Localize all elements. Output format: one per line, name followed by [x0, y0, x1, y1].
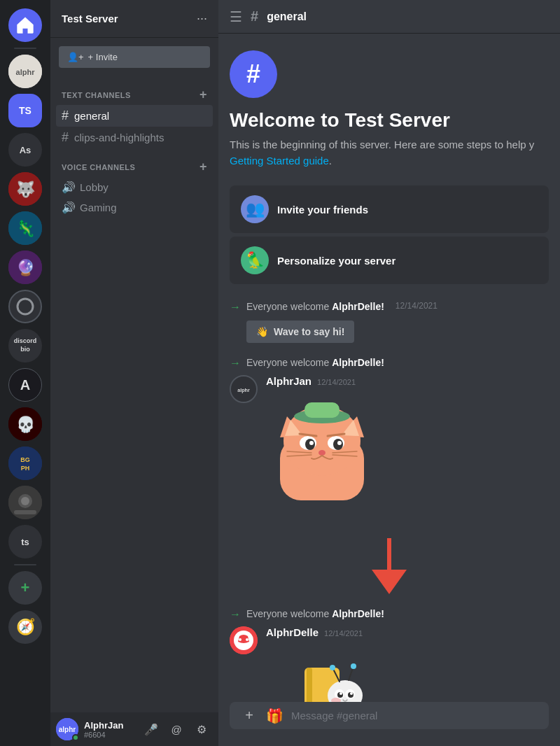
server-header[interactable]: Test Server ··· [50, 0, 218, 38]
svg-point-56 [351, 663, 356, 669]
add-server-button[interactable]: + [8, 571, 42, 605]
server-icon-alphr[interactable]: alphr [8, 55, 42, 88]
invite-button[interactable]: 👤+ + Invite [59, 46, 210, 68]
mic-button[interactable]: 🎤 [140, 718, 162, 740]
system-message-group-1: → Everyone welcome AlphrDelle! 12/14/202… [230, 301, 549, 343]
alphrjan-avatar: alphr [230, 375, 258, 403]
channel-item-general[interactable]: # general [56, 105, 213, 127]
wave-button[interactable]: 👋 Wave to say hi! [246, 321, 354, 343]
arrow-icon-2: → [230, 357, 241, 370]
alphrjan-username: AlphrJan [266, 375, 312, 387]
user-tag: #6604 [84, 731, 134, 739]
gift-button[interactable]: 🎁 [266, 708, 283, 724]
channel-name-gaming: Gaming [80, 202, 117, 213]
at-icon: @ [171, 724, 181, 736]
server-icon-darkred[interactable]: 💀 [8, 407, 42, 441]
invite-icon: 👤+ [67, 52, 84, 62]
username: AlphrJan [84, 720, 134, 731]
svg-text:PH: PH [21, 465, 30, 472]
server-icon-dark-a[interactable]: A [8, 368, 42, 402]
system-message-alphrjan: → Everyone welcome AlphrDelle! [230, 357, 549, 370]
speaker-icon: 🔊 [62, 181, 76, 194]
arrow-icon-1: → [230, 301, 241, 314]
bee-sticker [266, 641, 549, 702]
wave-button-container: 👋 Wave to say hi! [246, 316, 549, 343]
text-channels-section: TEXT CHANNELS + # general # clips-and-hi… [50, 76, 218, 148]
svg-rect-11 [8, 446, 42, 480]
channel-name-clips: clips-and-highlights [74, 132, 164, 143]
alphrdelle-message-header: AlphrDelle 12/14/2021 [266, 626, 549, 638]
settings-icon: ⚙ [197, 723, 206, 736]
user-info: AlphrJan #6604 [84, 720, 134, 739]
cat-sticker [266, 390, 549, 510]
svg-text:alphr: alphr [16, 68, 36, 76]
action-cards: 👥 Invite your friends 🦜 Personalize your… [230, 185, 549, 287]
server-name: Test Server [62, 13, 118, 24]
svg-marker-44 [372, 570, 407, 594]
system-message-1: → Everyone welcome AlphrDelle! 12/14/202… [230, 301, 549, 314]
wave-emoji: 👋 [256, 326, 268, 337]
invite-label: + Invite [88, 52, 118, 62]
add-icon: + [21, 579, 30, 597]
action-card-invite[interactable]: 👥 Invite your friends [230, 185, 549, 233]
system-text-3: Everyone welcome AlphrDelle! [246, 608, 384, 619]
svg-point-16 [21, 497, 29, 505]
svg-text:alphr: alphr [59, 726, 76, 733]
alphrdelle-avatar [230, 626, 258, 654]
server-icon-ts2[interactable]: ts [8, 525, 42, 558]
server-icon-as[interactable]: As [8, 133, 42, 167]
system-date-1: 12/14/2021 [396, 301, 438, 311]
add-text-channel-button[interactable]: + [200, 87, 207, 102]
server-icon-pgph[interactable]: BGPH [8, 446, 42, 480]
ts-label: TS [19, 105, 31, 116]
voice-channels-label: VOICE CHANNELS [62, 163, 135, 171]
channel-item-lobby[interactable]: 🔊 Lobby [56, 177, 213, 197]
settings-button[interactable]: ⚙ [190, 718, 213, 740]
dark-a-label: A [20, 377, 30, 393]
server-divider [14, 48, 36, 49]
getting-started-link[interactable]: Getting Started guide [230, 155, 329, 167]
main-content: ☰ # general # Welcome to Test Server Thi… [218, 0, 560, 746]
svg-rect-50 [307, 668, 312, 702]
message-input-inner: + 🎁 [230, 702, 549, 729]
action-card-personalize[interactable]: 🦜 Personalize your server [230, 237, 549, 284]
add-attachment-button[interactable]: + [241, 708, 258, 724]
add-voice-channel-button[interactable]: + [200, 160, 207, 174]
server-icon-discord-bio[interactable]: discordbio [8, 329, 42, 363]
home-server-icon[interactable] [8, 8, 42, 42]
alphrjan-timestamp: 12/14/2021 [317, 378, 356, 386]
message-group-alphrjan: → Everyone welcome AlphrDelle! alphr Alp… [230, 357, 549, 510]
hash-icon: # [62, 108, 69, 123]
hash-icon-2: # [62, 130, 69, 145]
server-icon-ts[interactable]: TS [8, 94, 42, 127]
message-row-alphrjan: alphr AlphrJan 12/14/2021 [230, 375, 549, 510]
message-input-bar: + 🎁 [218, 702, 560, 746]
invite-friends-title: Invite your friends [277, 204, 368, 216]
server-icon-photo[interactable] [8, 486, 42, 519]
server-icon-purple[interactable]: 🔮 [8, 251, 42, 284]
voice-channels-header[interactable]: VOICE CHANNELS + [56, 148, 213, 177]
channel-item-gaming[interactable]: 🔊 Gaming [56, 197, 213, 218]
compass-icon: 🧭 [16, 618, 35, 636]
welcome-description: This is the beginning of this server. He… [230, 137, 549, 169]
welcome-hash-icon: # [230, 50, 277, 98]
hamburger-icon[interactable]: ☰ [230, 8, 242, 25]
discover-button[interactable]: 🧭 [8, 610, 42, 644]
server-icon-red[interactable]: 🐺 [8, 172, 42, 206]
channel-item-clips[interactable]: # clips-and-highlights [56, 127, 213, 148]
server-options-icon[interactable]: ··· [197, 11, 207, 26]
server-icon-blue[interactable]: 🦎 [8, 211, 42, 245]
gift-icon: 🎁 [266, 708, 284, 724]
system-text-2: Everyone welcome AlphrDelle! [246, 357, 384, 368]
server-icon-circle[interactable] [8, 290, 42, 323]
alphrjan-message-header: AlphrJan 12/14/2021 [266, 375, 549, 387]
alphrdelle-username: AlphrDelle [266, 626, 318, 638]
ts2-label: ts [21, 537, 29, 547]
message-input[interactable] [291, 702, 538, 729]
svg-point-54 [330, 665, 335, 670]
svg-text:🐺: 🐺 [16, 180, 36, 199]
at-button[interactable]: @ [165, 718, 188, 740]
text-channels-label: TEXT CHANNELS [62, 91, 131, 99]
welcome-desc-text: This is the beginning of this server. He… [230, 139, 534, 150]
text-channels-header[interactable]: TEXT CHANNELS + [56, 76, 213, 105]
